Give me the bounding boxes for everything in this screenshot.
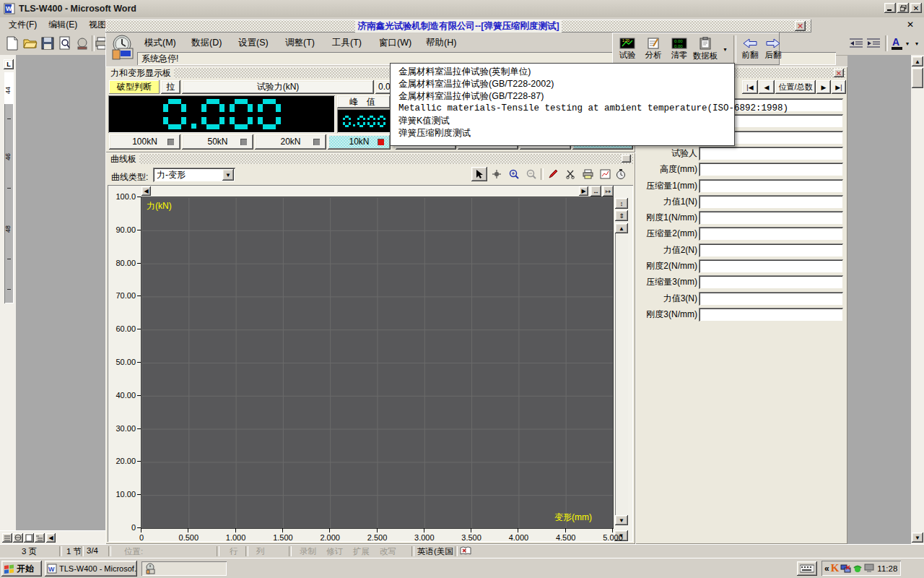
- restore-button[interactable]: [897, 3, 909, 13]
- app-menu-item-1[interactable]: 数据(D): [191, 36, 222, 49]
- stamp-icon[interactable]: [76, 37, 89, 50]
- force-range-button-100kN[interactable]: 100kN: [109, 134, 180, 150]
- popup-menu-item-5[interactable]: 弹簧压缩刚度测试: [391, 127, 734, 139]
- y-compress-icon[interactable]: ↕: [615, 198, 628, 209]
- curve-tool-pointer-icon[interactable]: [471, 167, 487, 181]
- analyze-button[interactable]: 分析: [641, 35, 666, 63]
- app-menu-item-5[interactable]: 窗口(W): [379, 36, 411, 49]
- popup-menu-item-1[interactable]: 金属材料室温拉伸试验(GB/T228-2002): [391, 78, 734, 90]
- databoard-button[interactable]: 数据板: [693, 35, 718, 63]
- word-menu-item-0[interactable]: 文件(F): [3, 17, 43, 32]
- x-compress-icon[interactable]: ↔: [590, 186, 601, 197]
- nav-button-3[interactable]: ▶: [816, 80, 831, 94]
- quick-launch-app-icon[interactable]: [144, 563, 156, 574]
- field-input-9[interactable]: [699, 243, 843, 257]
- app-close-icon[interactable]: ✕: [795, 21, 806, 31]
- nav-button-0[interactable]: |◀: [742, 80, 758, 94]
- field-input-10[interactable]: [699, 259, 843, 273]
- curve-tool-curve-icon[interactable]: [597, 167, 613, 181]
- web-layout-icon[interactable]: [13, 533, 23, 543]
- zero-button[interactable]: 0.000.00清零: [667, 35, 692, 63]
- hscroll-left-icon[interactable]: ◀: [46, 533, 56, 543]
- word-menu-item-1[interactable]: 编辑(E): [43, 17, 83, 32]
- field-input-13[interactable]: [699, 308, 843, 322]
- scroll-up-icon[interactable]: ▲: [615, 223, 628, 233]
- decrease-indent-icon[interactable]: [850, 38, 863, 49]
- word-vscrollbar[interactable]: ▲ ▼: [911, 55, 924, 544]
- close-button[interactable]: ✕: [910, 3, 922, 13]
- y-expand-icon[interactable]: ⇕: [615, 210, 628, 221]
- app-menu-item-3[interactable]: 调整(T): [285, 36, 315, 49]
- field-input-12[interactable]: [699, 292, 843, 306]
- tray-display-icon[interactable]: [864, 564, 874, 573]
- toolbar-dropdown-icon[interactable]: ▾: [720, 37, 730, 61]
- curve-tool-scissors-icon[interactable]: [562, 167, 578, 181]
- popup-menu-item-3[interactable]: Metallic materials-Tensile testing at am…: [391, 103, 734, 115]
- scroll-thumb[interactable]: [912, 68, 923, 88]
- field-input-11[interactable]: [699, 275, 843, 289]
- normal-view-icon[interactable]: [2, 533, 12, 543]
- app-menu-item-2[interactable]: 设置(S): [238, 36, 269, 49]
- tab-selector[interactable]: L: [4, 59, 14, 69]
- app-menu-item-0[interactable]: 模式(M): [144, 36, 176, 49]
- print-layout-icon[interactable]: [24, 533, 34, 543]
- save-icon[interactable]: [41, 37, 54, 50]
- chart-plot-area[interactable]: [141, 197, 614, 529]
- x-expand-icon[interactable]: ↦: [603, 186, 614, 197]
- tray-expand-icon[interactable]: «: [824, 564, 829, 574]
- prev-button[interactable]: 前翻: [738, 35, 762, 63]
- tray-kingsoft-icon[interactable]: K: [831, 562, 840, 574]
- curve-tool-zoom-out-icon[interactable]: [523, 167, 539, 181]
- spellcheck-book-icon[interactable]: [460, 546, 471, 556]
- font-color-dropdown-icon[interactable]: ▾: [906, 40, 909, 47]
- scroll-down-icon[interactable]: ▼: [912, 532, 923, 543]
- force-range-button-10kN[interactable]: 10kN: [328, 134, 391, 150]
- curve-tool-pen-icon[interactable]: [545, 167, 561, 181]
- field-input-5[interactable]: [699, 179, 843, 193]
- pull-button[interactable]: 拉: [161, 80, 180, 94]
- chart-scroll-left-icon[interactable]: ◀: [141, 186, 151, 196]
- word-hscrollbar[interactable]: ◀: [0, 530, 105, 545]
- popup-menu-item-4[interactable]: 弹簧K值测试: [391, 115, 734, 127]
- print-preview-icon[interactable]: [58, 36, 71, 51]
- minimize-button[interactable]: [884, 3, 896, 13]
- test-button[interactable]: 1:20试验: [615, 35, 640, 63]
- tray-network-offline-icon[interactable]: [840, 564, 851, 574]
- chart-scroll-right-icon[interactable]: ▶: [579, 186, 588, 196]
- scroll-up-icon[interactable]: ▲: [912, 56, 923, 66]
- field-input-7[interactable]: [699, 211, 843, 225]
- tray-connection-icon[interactable]: [853, 564, 863, 574]
- font-color-icon[interactable]: A: [890, 35, 905, 51]
- field-input-8[interactable]: [699, 227, 843, 241]
- new-document-icon[interactable]: [6, 36, 19, 51]
- field-input-6[interactable]: [699, 195, 843, 209]
- force-range-button-20kN[interactable]: 20kN: [255, 134, 326, 150]
- next-button[interactable]: 后翻: [761, 35, 785, 63]
- outline-view-icon[interactable]: [35, 533, 45, 543]
- app-title-bar[interactable]: 济南鑫光试验机制造有限公司--[弹簧压缩刚度测试] ✕: [105, 20, 811, 33]
- app-menu-item-4[interactable]: 工具(T): [332, 36, 362, 49]
- chart-vscrollbar[interactable]: ▲ ▼: [615, 223, 628, 525]
- force-range-button-50kN[interactable]: 50kN: [182, 134, 253, 150]
- curve-tool-zoom-in-icon[interactable]: [506, 167, 522, 181]
- increase-indent-icon[interactable]: [867, 38, 880, 49]
- start-button[interactable]: 开始: [1, 561, 42, 577]
- popup-menu-item-0[interactable]: 金属材料室温拉伸试验(英制单位): [391, 66, 734, 78]
- field-input-4[interactable]: [699, 163, 843, 176]
- keyboard-tray-icon[interactable]: [797, 561, 817, 576]
- app-menu-item-6[interactable]: 帮助(H): [426, 36, 456, 49]
- curve-tool-timer-icon[interactable]: [613, 167, 629, 181]
- scroll-down-icon[interactable]: ▼: [615, 515, 628, 525]
- open-folder-icon[interactable]: [23, 38, 38, 49]
- menu-close-icon[interactable]: ✕: [905, 19, 916, 30]
- toolbar-more-icon[interactable]: ▾: [915, 40, 918, 47]
- curve-tool-print-icon[interactable]: [580, 167, 596, 181]
- break-judge-button[interactable]: 破型判断: [109, 80, 160, 94]
- nav-button-4[interactable]: ▶|: [832, 80, 846, 94]
- task-button-word[interactable]: W TLS-W400 - Microsof...: [45, 561, 137, 577]
- popup-menu-item-2[interactable]: 金属材料室温拉伸试验(GB/T228-87): [391, 90, 734, 103]
- data-panel-close-icon[interactable]: ✕: [834, 69, 844, 77]
- curve-tool-crosshair-icon[interactable]: [489, 167, 505, 181]
- field-input-3[interactable]: [699, 147, 843, 160]
- nav-button-1[interactable]: ◀: [759, 80, 775, 94]
